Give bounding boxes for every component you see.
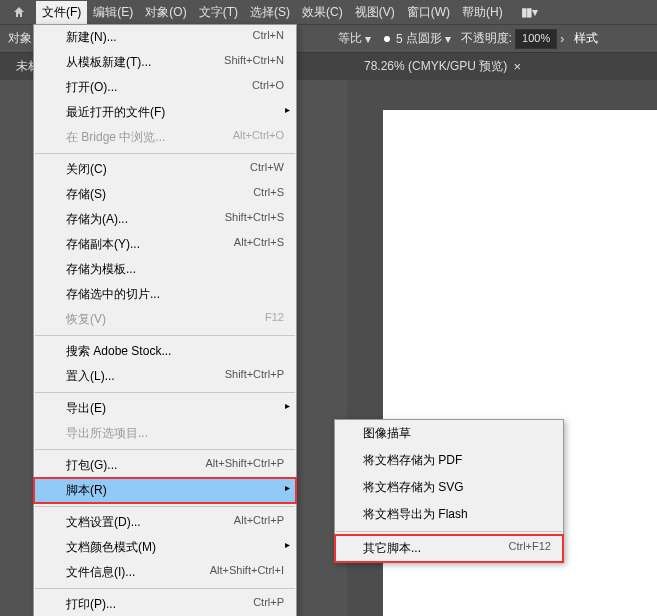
menu-shortcut: Alt+Ctrl+O <box>233 129 284 146</box>
menu-shortcut: Alt+Ctrl+P <box>234 514 284 531</box>
grid-icon[interactable]: ▮▮ ▾ <box>521 5 536 19</box>
menu-file[interactable]: 文件(F) <box>36 1 87 24</box>
stroke-label: 点圆形 <box>406 30 442 47</box>
menu-item-label: 新建(N)... <box>66 29 117 46</box>
file-menu-item[interactable]: 新建(N)...Ctrl+N <box>34 25 296 50</box>
menu-help[interactable]: 帮助(H) <box>456 1 509 24</box>
file-menu-item[interactable]: 导出(E)▸ <box>34 396 296 421</box>
file-menu-item: 恢复(V)F12 <box>34 307 296 332</box>
menu-effect[interactable]: 效果(C) <box>296 1 349 24</box>
file-menu-item[interactable]: 搜索 Adobe Stock... <box>34 339 296 364</box>
file-menu-item[interactable]: 存储为(A)...Shift+Ctrl+S <box>34 207 296 232</box>
menu-select[interactable]: 选择(S) <box>244 1 296 24</box>
menu-item-label: 将文档导出为 Flash <box>363 506 468 523</box>
file-menu-item[interactable]: 打开(O)...Ctrl+O <box>34 75 296 100</box>
script-submenu: 图像描草将文档存储为 PDF将文档存储为 SVG将文档导出为 Flash其它脚本… <box>334 419 564 563</box>
submenu-arrow-icon: ▸ <box>285 482 290 493</box>
menu-shortcut: Ctrl+O <box>252 79 284 96</box>
script-submenu-item[interactable]: 其它脚本...Ctrl+F12 <box>335 535 563 562</box>
menu-window[interactable]: 窗口(W) <box>401 1 456 24</box>
menu-edit[interactable]: 编辑(E) <box>87 1 139 24</box>
script-submenu-item[interactable]: 将文档存储为 PDF <box>335 447 563 474</box>
opacity-label: 不透明度: <box>461 30 512 47</box>
menu-item-label: 文档设置(D)... <box>66 514 141 531</box>
menu-separator <box>35 153 295 154</box>
menu-item-label: 打开(O)... <box>66 79 117 96</box>
menu-item-label: 文档颜色模式(M) <box>66 539 156 556</box>
menu-item-label: 存储选中的切片... <box>66 286 160 303</box>
menu-item-label: 打包(G)... <box>66 457 117 474</box>
chevron-right-icon[interactable]: › <box>560 32 564 46</box>
menu-shortcut: Shift+Ctrl+S <box>225 211 284 228</box>
menu-item-label: 恢复(V) <box>66 311 106 328</box>
file-menu-item[interactable]: 存储(S)Ctrl+S <box>34 182 296 207</box>
file-menu-item[interactable]: 脚本(R)▸ <box>34 478 296 503</box>
menu-item-label: 存储(S) <box>66 186 106 203</box>
chevron-down-icon[interactable]: ▾ <box>365 32 371 46</box>
menu-item-label: 图像描草 <box>363 425 411 442</box>
menu-item-label: 存储为(A)... <box>66 211 128 228</box>
menu-separator <box>35 506 295 507</box>
file-menu-item[interactable]: 最近打开的文件(F)▸ <box>34 100 296 125</box>
script-submenu-item[interactable]: 将文档导出为 Flash <box>335 501 563 528</box>
menu-object[interactable]: 对象(O) <box>139 1 192 24</box>
file-menu-item[interactable]: 存储为模板... <box>34 257 296 282</box>
menubar-right: ▮▮ ▾ <box>521 5 536 19</box>
menu-shortcut: F12 <box>265 311 284 328</box>
menu-item-label: 存储为模板... <box>66 261 136 278</box>
menu-shortcut: Ctrl+S <box>253 186 284 203</box>
submenu-arrow-icon: ▸ <box>285 400 290 411</box>
menu-shortcut: Alt+Shift+Ctrl+I <box>210 564 284 581</box>
opacity-value[interactable]: 100% <box>515 29 557 49</box>
file-menu-item[interactable]: 文件信息(I)...Alt+Shift+Ctrl+I <box>34 560 296 585</box>
menu-item-label: 将文档存储为 SVG <box>363 479 464 496</box>
close-icon[interactable]: × <box>513 59 521 74</box>
menubar: 文件(F) 编辑(E) 对象(O) 文字(T) 选择(S) 效果(C) 视图(V… <box>0 0 657 24</box>
menu-item-label: 搜索 Adobe Stock... <box>66 343 171 360</box>
menu-item-label: 将文档存储为 PDF <box>363 452 462 469</box>
script-submenu-item[interactable]: 将文档存储为 SVG <box>335 474 563 501</box>
menu-separator <box>35 335 295 336</box>
menu-item-label: 最近打开的文件(F) <box>66 104 165 121</box>
menu-item-label: 导出所选项目... <box>66 425 148 442</box>
file-menu-item[interactable]: 存储副本(Y)...Alt+Ctrl+S <box>34 232 296 257</box>
menu-separator <box>35 588 295 589</box>
menu-item-label: 脚本(R) <box>66 482 107 499</box>
submenu-arrow-icon: ▸ <box>285 539 290 550</box>
menu-item-label: 打印(P)... <box>66 596 116 613</box>
menu-separator <box>336 531 562 532</box>
menu-shortcut: Ctrl+N <box>253 29 284 46</box>
menu-item-label: 导出(E) <box>66 400 106 417</box>
file-menu-dropdown: 新建(N)...Ctrl+N从模板新建(T)...Shift+Ctrl+N打开(… <box>33 24 297 616</box>
style-label[interactable]: 样式 <box>574 30 598 47</box>
tab-title-suffix: 78.26% (CMYK/GPU 预览) <box>364 58 507 75</box>
menu-separator <box>35 449 295 450</box>
file-menu-item[interactable]: 存储选中的切片... <box>34 282 296 307</box>
menu-type[interactable]: 文字(T) <box>193 1 244 24</box>
menu-shortcut: Shift+Ctrl+P <box>225 368 284 385</box>
stroke-dot-icon <box>384 36 390 42</box>
file-menu-item[interactable]: 置入(L)...Shift+Ctrl+P <box>34 364 296 389</box>
menu-item-label: 置入(L)... <box>66 368 115 385</box>
chevron-down-icon[interactable]: ▾ <box>445 32 451 46</box>
file-menu-item[interactable]: 关闭(C)Ctrl+W <box>34 157 296 182</box>
ratio-select[interactable]: 等比 <box>338 30 362 47</box>
menu-shortcut: Ctrl+F12 <box>509 540 552 557</box>
file-menu-item[interactable]: 文档设置(D)...Alt+Ctrl+P <box>34 510 296 535</box>
menu-item-label: 关闭(C) <box>66 161 107 178</box>
menu-item-label: 其它脚本... <box>363 540 421 557</box>
home-icon[interactable] <box>8 1 30 23</box>
file-menu-item: 导出所选项目... <box>34 421 296 446</box>
menu-view[interactable]: 视图(V) <box>349 1 401 24</box>
toolbar-label: 对象 <box>8 30 32 47</box>
menu-shortcut: Alt+Shift+Ctrl+P <box>205 457 284 474</box>
file-menu-item[interactable]: 打印(P)...Ctrl+P <box>34 592 296 616</box>
stroke-value[interactable]: 5 <box>396 32 403 46</box>
file-menu-item[interactable]: 打包(G)...Alt+Shift+Ctrl+P <box>34 453 296 478</box>
script-submenu-item[interactable]: 图像描草 <box>335 420 563 447</box>
file-menu-item[interactable]: 文档颜色模式(M)▸ <box>34 535 296 560</box>
menu-item-label: 在 Bridge 中浏览... <box>66 129 165 146</box>
file-menu-item[interactable]: 从模板新建(T)...Shift+Ctrl+N <box>34 50 296 75</box>
menu-item-label: 存储副本(Y)... <box>66 236 140 253</box>
menu-shortcut: Shift+Ctrl+N <box>224 54 284 71</box>
